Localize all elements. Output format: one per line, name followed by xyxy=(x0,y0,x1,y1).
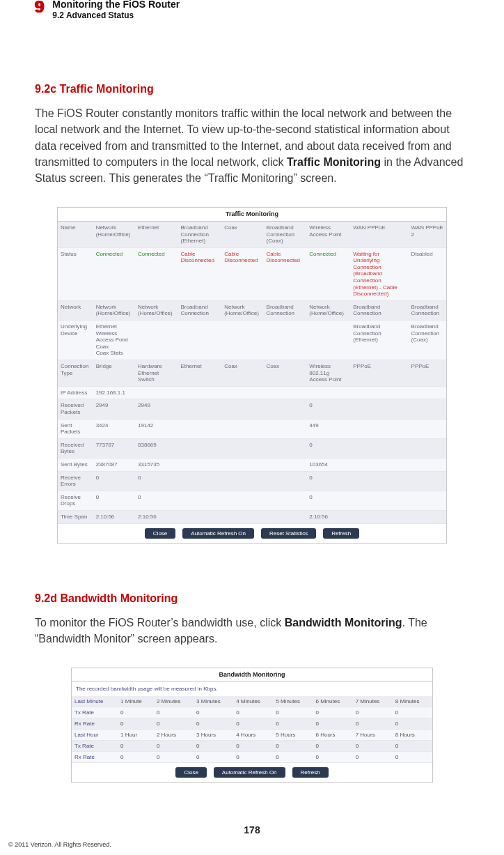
cell xyxy=(264,510,307,523)
cell xyxy=(178,321,221,360)
cell xyxy=(178,419,221,438)
cell: 0 xyxy=(393,718,432,730)
cell xyxy=(350,458,408,471)
content: 9.2c Traffic Monitoring The FiOS Router … xyxy=(0,83,504,783)
cell xyxy=(409,491,446,510)
cell: Network (Home/Office) xyxy=(93,300,135,320)
table-row: StatusConnectedConnectedCable Disconnect… xyxy=(58,247,446,300)
row-label: IP Address xyxy=(58,386,93,399)
cell xyxy=(264,471,307,491)
cell xyxy=(409,471,446,491)
cell xyxy=(409,510,446,523)
cell xyxy=(264,491,307,510)
cell: 0 xyxy=(353,741,393,752)
cell xyxy=(221,438,263,458)
cell: 0 xyxy=(93,491,135,510)
cell: 0 xyxy=(273,741,313,752)
cell: 2387087 xyxy=(93,458,135,471)
cell xyxy=(306,321,350,360)
cell xyxy=(221,471,263,491)
cell: Cable Disconnected xyxy=(264,247,307,300)
cell: Coax xyxy=(221,222,263,247)
cell: Cable Disconnected xyxy=(221,247,263,300)
cell: 0 xyxy=(135,471,178,491)
close-button[interactable]: Close xyxy=(145,528,175,539)
cell: Broadband Connection (Ethernet) xyxy=(178,222,221,247)
row-label: Sent Packets xyxy=(58,419,93,438)
table-row: Time Span2:10:562:10:562:10:56 xyxy=(58,510,446,523)
cell: 0 xyxy=(233,707,273,718)
cell: Network (Home/Office) xyxy=(135,300,178,320)
cell: 19142 xyxy=(135,419,178,438)
table-row: Last Hour1 Hour2 Hours3 Hours4 Hours5 Ho… xyxy=(72,730,432,741)
close-button[interactable]: Close xyxy=(175,767,206,778)
cell: Waiting for Underlying Connection (Broad… xyxy=(350,247,408,300)
cell: 0 xyxy=(154,718,194,730)
table-row: Tx Rate00000000 xyxy=(72,707,432,718)
refresh-button[interactable]: Refresh xyxy=(292,767,329,778)
cell: 449 xyxy=(306,419,350,438)
cell xyxy=(409,386,446,399)
cell: Broadband Connection xyxy=(409,300,446,320)
cell xyxy=(221,399,263,419)
cell: 0 xyxy=(154,752,194,763)
cell: Wireless Access Point xyxy=(306,222,350,247)
cell: 838665 xyxy=(135,438,178,458)
cell xyxy=(264,399,307,419)
page-header: 9 Monitoring the FiOS Router 9.2 Advance… xyxy=(0,0,504,20)
section-heading-bandwidth: 9.2d Bandwidth Monitoring xyxy=(35,592,469,605)
refresh-button[interactable]: Refresh xyxy=(323,528,359,539)
table-row: Sent Bytes23870873315735103654 xyxy=(58,458,446,471)
cell: 0 xyxy=(154,741,194,752)
cell: 0 xyxy=(118,741,154,752)
cell xyxy=(306,386,350,399)
cell: Hardware Ethernet Switch xyxy=(135,360,178,387)
traffic-monitoring-panel: Traffic Monitoring NameNetwork (Home/Off… xyxy=(57,207,447,544)
cell xyxy=(135,321,178,360)
section-d-text-before: To monitor the FiOS Router’s bandwidth u… xyxy=(35,617,285,629)
cell: PPPoE xyxy=(409,360,446,387)
row-label: Network xyxy=(58,300,93,320)
automatic-refresh-on-button[interactable]: Automatic Refresh On xyxy=(214,767,285,778)
cell: 0 xyxy=(118,752,154,763)
cell: Broadband Connection xyxy=(178,300,221,320)
cell: 0 xyxy=(353,718,393,730)
cell: 3 Hours xyxy=(194,730,233,741)
chapter-title: Monitoring the FiOS Router xyxy=(52,0,180,10)
copyright: © 2011 Verizon. All Rights Reserved. xyxy=(8,841,111,848)
cell xyxy=(221,419,263,438)
cell: 0 xyxy=(273,707,313,718)
cell xyxy=(264,419,307,438)
cell xyxy=(178,399,221,419)
bandwidth-panel: Bandwidth Monitoring The recorded bandwi… xyxy=(71,668,433,783)
cell: 2 Hours xyxy=(154,730,194,741)
table-row: Last Minute1 Minute2 Minutes3 Minutes4 M… xyxy=(72,696,432,707)
row-label: Last Hour xyxy=(72,730,118,741)
cell: Broadband Connection (Coax) xyxy=(409,321,446,360)
cell xyxy=(264,458,307,471)
cell: Broadband Connection (Coax) xyxy=(264,222,307,247)
cell xyxy=(135,386,178,399)
cell: 0 xyxy=(194,741,233,752)
cell xyxy=(350,438,408,458)
cell: 0 xyxy=(154,707,194,718)
cell: Broadband Connection xyxy=(264,300,307,320)
cell: 7 Minutes xyxy=(353,696,393,707)
cell: 0 xyxy=(194,752,233,763)
cell: 3 Minutes xyxy=(194,696,233,707)
table-row: Tx Rate00000000 xyxy=(72,741,432,752)
section-d-bold: Bandwidth Monitoring xyxy=(285,617,402,629)
cell xyxy=(350,471,408,491)
row-label: Connection Type xyxy=(58,360,93,387)
automatic-refresh-on-button[interactable]: Automatic Refresh On xyxy=(182,528,254,539)
table-row: Received Packets294929490 xyxy=(58,399,446,419)
reset-statistics-button[interactable]: Reset Statistics xyxy=(261,528,316,539)
row-label: Received Packets xyxy=(58,399,93,419)
section-d-paragraph: To monitor the FiOS Router’s bandwidth u… xyxy=(35,615,469,647)
cell: 2:10:56 xyxy=(135,510,178,523)
cell: Ethernet Wireless Access Point Coax Coax… xyxy=(93,321,135,360)
cell xyxy=(409,458,446,471)
row-label: Status xyxy=(58,247,93,300)
cell: 5 Hours xyxy=(273,730,313,741)
cell: 2:10:56 xyxy=(306,510,350,523)
